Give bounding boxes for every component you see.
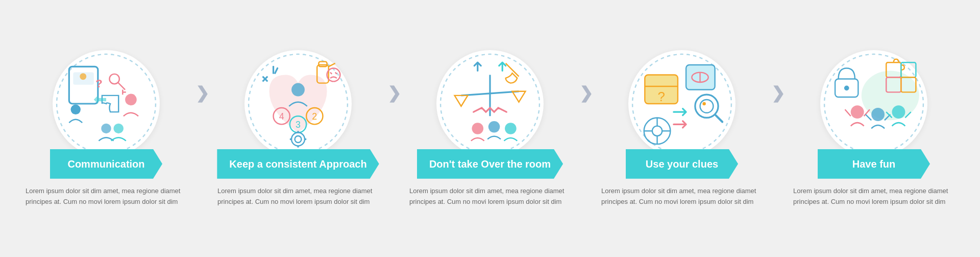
step1-description: Lorem ipsum dolor sit dim amet, mea regi… [20,186,192,207]
step-fun: Have fun Lorem ipsum dolor sit dim amet,… [788,50,960,207]
svg-point-47 [652,126,662,135]
step4-visual: ? [626,50,738,179]
step1-banner: Communication [50,149,162,179]
step4-banner: Use your clues [626,149,738,179]
svg-text:3: 3 [296,120,301,130]
svg-point-4 [71,104,81,114]
svg-point-10 [125,94,137,105]
svg-point-62 [892,105,905,119]
step4-illustration: ? [628,50,736,157]
step3-label: Don't take Over the room [417,149,563,179]
step1-text: Lorem ipsum dolor sit dim amet, mea regi… [26,186,187,207]
step3-circle [436,50,544,157]
chevron-right-icon-3: ❯ [579,83,593,103]
step5-label: Have fun [818,149,930,179]
step5-text: Lorem ipsum dolor sit dim amet, mea regi… [793,186,954,207]
step2-illustration: 4 3 2 [244,50,352,157]
svg-point-45 [702,102,705,105]
step1-illustration: ? [53,50,160,157]
step1-visual: ? [50,50,162,179]
step2-text: Lorem ipsum dolor sit dim amet, mea regi… [217,186,379,207]
svg-point-55 [844,85,849,90]
step2-description: Lorem ipsum dolor sit dim amet, mea regi… [212,186,384,207]
step3-text: Lorem ipsum dolor sit dim amet, mea regi… [409,186,571,207]
step4-text: Lorem ipsum dolor sit dim amet, mea regi… [601,186,763,207]
step5-banner: Have fun [818,149,930,179]
svg-text:?: ? [657,89,665,104]
arrow-4: ❯ [768,83,788,174]
chevron-right-icon: ❯ [195,83,209,103]
svg-point-35 [505,123,517,134]
step3-description: Lorem ipsum dolor sit dim amet, mea regi… [404,186,576,207]
svg-point-12 [114,123,124,133]
arrow-2: ❯ [384,83,404,174]
step3-banner: Don't take Over the room [417,149,563,179]
step3-visual: Don't take Over the room [417,50,563,179]
step4-description: Lorem ipsum dolor sit dim amet, mea regi… [596,186,768,207]
step5-description: Lorem ipsum dolor sit dim amet, mea regi… [788,186,960,207]
svg-point-33 [472,123,483,134]
step2-visual: 4 3 2 Keep a consistent Approach [217,50,379,179]
svg-point-17 [291,83,305,96]
svg-point-61 [871,108,885,121]
step-consistent: 4 3 2 Keep a consistent Approach [212,50,384,207]
step2-banner: Keep a consistent Approach [217,149,379,179]
step4-circle: ? [628,50,736,157]
svg-rect-15 [318,61,327,66]
svg-line-44 [716,115,722,122]
svg-point-3 [80,73,86,80]
svg-text:?: ? [95,77,103,89]
step5-circle [820,50,927,157]
svg-point-34 [488,121,500,133]
step1-circle: ? [53,50,160,157]
step4-label: Use your clues [626,149,738,179]
chevron-right-icon-2: ❯ [387,83,401,103]
infographic: ? [10,9,970,249]
svg-rect-1 [69,66,98,104]
svg-line-7 [118,82,126,90]
step-dont-take: Don't take Over the room Lorem ipsum dol… [404,50,576,207]
step1-label: Communication [50,149,162,179]
svg-point-43 [700,100,714,113]
arrow-1: ❯ [192,83,212,174]
step-communication: ? [20,50,192,207]
step5-illustration [820,50,927,157]
svg-point-24 [291,132,305,146]
chevron-right-icon-4: ❯ [771,83,785,103]
svg-point-60 [851,105,864,119]
svg-point-25 [295,136,302,143]
step3-illustration [436,50,544,157]
step2-circle: 4 3 2 [244,50,352,157]
step2-label: Keep a consistent Approach [217,149,379,179]
arrow-3: ❯ [576,83,596,174]
svg-point-11 [101,123,111,133]
svg-point-42 [695,95,718,118]
svg-text:4: 4 [279,111,284,121]
svg-text:2: 2 [312,111,317,121]
step-clues: ? [596,50,768,207]
step5-visual: Have fun [818,50,930,179]
